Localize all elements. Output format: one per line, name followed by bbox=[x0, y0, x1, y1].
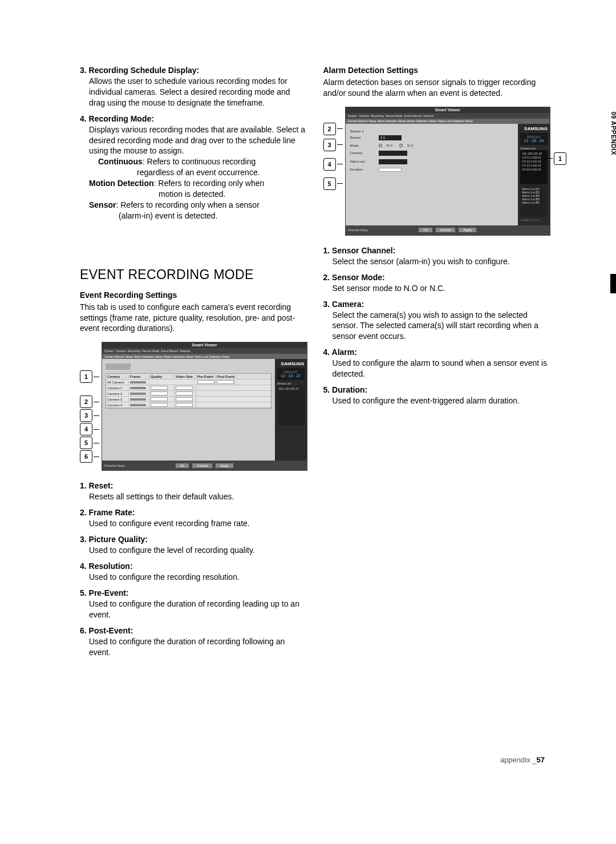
side-black-bar bbox=[610, 274, 616, 293]
smart-viewer-screenshot-1: Smart Viewer SystemCameraRecordingRecord… bbox=[102, 342, 307, 471]
alarm-detection-title: Alarm Detection Settings bbox=[323, 66, 551, 75]
list-item-frame-rate: 2. Frame Rate: Used to configure event r… bbox=[80, 508, 307, 529]
appendix-side-tab: 09 APPENDIX bbox=[608, 107, 616, 160]
callout-6: 6 bbox=[80, 450, 92, 463]
callout-1: 1 bbox=[80, 370, 92, 383]
left-column: 3. Recording Schedule Display: Allows th… bbox=[80, 66, 307, 663]
callout-5: 5 bbox=[323, 177, 336, 190]
side-panel: SAMSUNG 2009/12/17 12 : 18 : 24 Camera L… bbox=[518, 124, 550, 225]
list-item-duration: 5. Duration: Used to configure the event… bbox=[323, 385, 551, 406]
continuous-label: Continuous bbox=[98, 157, 143, 166]
callout-4: 4 bbox=[80, 423, 92, 435]
list-item-picture-quality: 3. Picture Quality: Used to configure th… bbox=[80, 535, 307, 556]
event-recording-settings-title: Event Recording Settings bbox=[80, 290, 307, 300]
window-title: Smart Viewer bbox=[102, 342, 307, 348]
callout-3: 3 bbox=[80, 409, 92, 422]
callout-5: 5 bbox=[80, 437, 92, 449]
event-recording-settings-body: This tab is used to configure each camer… bbox=[80, 302, 307, 334]
page-footer: appendix _57 bbox=[500, 756, 545, 764]
window-title: Smart Viewer bbox=[346, 107, 550, 113]
sensor-label: Sensor bbox=[89, 200, 116, 209]
item-body: Displays various recording modes that ar… bbox=[80, 124, 307, 221]
dialog-buttons: Schedule Setup Ok Cancel Apply bbox=[102, 461, 307, 470]
list-item-resolution: 4. Resolution: Used to configure the rec… bbox=[80, 562, 307, 583]
refresh-button bbox=[106, 364, 131, 370]
figure-callout-numbers: 1 2 3 4 5 6 bbox=[80, 342, 99, 463]
callout-4: 4 bbox=[323, 158, 336, 171]
alarm-detection-body: Alarm detection bases on sensor signals … bbox=[323, 77, 551, 99]
sub-tabs: Camera Record SetupAlarm Detection Setup… bbox=[102, 354, 307, 359]
callout-1-right: 1 bbox=[547, 152, 566, 165]
list-item-alarm: 4. Alarm: Used to configure the alarm to… bbox=[323, 348, 551, 379]
figure-callout-numbers: 2 3 4 5 bbox=[323, 107, 343, 190]
list-item-camera: 3. Camera: Select the camera(s) you wish… bbox=[323, 300, 551, 342]
callout-2: 2 bbox=[323, 123, 336, 135]
smart-viewer-screenshot-2: Smart Viewer SystemCameraRecordingRecord… bbox=[345, 107, 551, 236]
item-title: 4. Recording Mode: bbox=[80, 114, 307, 123]
recording-schedule-item: 3. Recording Schedule Display: Allows th… bbox=[80, 66, 307, 108]
main-tabs: SystemCameraRecordingRecord ModeEvent Re… bbox=[346, 113, 550, 119]
item-body: Allows the user to schedule various reco… bbox=[80, 76, 307, 108]
list-item-pre-event: 5. Pre-Event: Used to configure the dura… bbox=[80, 588, 307, 620]
callout-3: 3 bbox=[323, 139, 336, 151]
main-tabs: SystemCameraRecordingRecord ModeEvent Re… bbox=[102, 348, 307, 354]
list-item-sensor-channel: 1. Sensor Channel: Select the sensor (al… bbox=[323, 246, 551, 267]
list-item-reset: 1. Reset: Resets all settings to their d… bbox=[80, 481, 307, 502]
sub-tabs: Camera Record SetupAlarm Detection Setup… bbox=[346, 119, 550, 124]
right-column: Alarm Detection Settings Alarm detection… bbox=[323, 66, 551, 663]
recording-mode-item: 4. Recording Mode: Displays various reco… bbox=[80, 114, 307, 221]
callout-2: 2 bbox=[80, 395, 92, 408]
list-item-post-event: 6. Post-Event: Used to configure the dur… bbox=[80, 626, 307, 658]
dialog-buttons: Schedule Setup Ok Cancel Apply bbox=[346, 225, 550, 235]
alarm-detection-figure: 2 3 4 5 Smart Viewer SystemCameraRecordi… bbox=[323, 107, 551, 236]
motion-detection-label: Motion Detection bbox=[89, 179, 154, 188]
page-content: 3. Recording Schedule Display: Allows th… bbox=[0, 0, 616, 663]
side-panel: SAMSUNG 2009/12/17 12 : 18 : 22 Device L… bbox=[275, 359, 307, 461]
list-item-sensor-mode: 2. Sensor Mode: Set sensor mode to N.O o… bbox=[323, 273, 551, 294]
event-recording-figure: 1 2 3 4 5 6 Smart Viewer SystemCameraRec… bbox=[80, 342, 307, 471]
event-recording-heading: EVENT RECORDING MODE bbox=[80, 267, 307, 282]
camera-table: Camera Frame Quality Video Size Pre-Even… bbox=[106, 373, 271, 409]
item-title: 3. Recording Schedule Display: bbox=[80, 66, 307, 75]
